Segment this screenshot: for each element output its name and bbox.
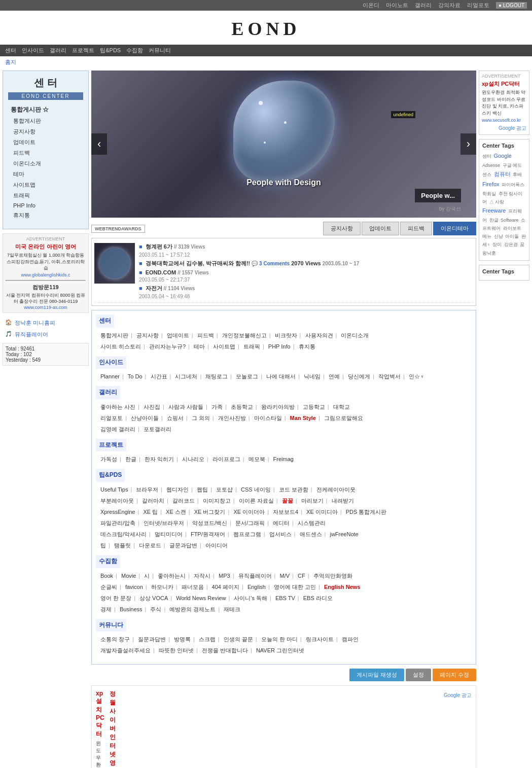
smap-navergreen[interactable]: NAVER 그린인터넷 bbox=[256, 647, 304, 653]
smap-todo[interactable]: To Do bbox=[128, 373, 143, 379]
sidebar-item-sitemap[interactable]: 사이트맵 bbox=[8, 180, 83, 190]
ad-bottom-right-title[interactable]: 정월 사이버 인터넷영어 bbox=[110, 690, 116, 768]
smap-finance[interactable]: 재테크 bbox=[224, 606, 240, 612]
smap-multimedia[interactable]: 멀티미디어 bbox=[155, 531, 183, 537]
ad-left-url[interactable]: www.globalenglishkids.c bbox=[6, 272, 86, 277]
smap-download[interactable]: 내려받기 bbox=[332, 498, 354, 504]
smap-workboard[interactable]: 작업벽서 bbox=[378, 373, 401, 379]
smap-reading[interactable]: 사이니's 독해 bbox=[234, 595, 267, 601]
smap-cssname[interactable]: CSS 네이밍 bbox=[241, 486, 271, 493]
tag-jr[interactable]: 후배 bbox=[513, 172, 522, 177]
smap-privacy[interactable]: 개인정보불해신고 bbox=[222, 332, 267, 338]
smap-xeboard4[interactable]: 자보보드4 bbox=[273, 509, 298, 515]
smap-musicplayer[interactable]: 뮤직플레이어 bbox=[238, 573, 272, 579]
smap-idea[interactable]: 아이디어 bbox=[205, 542, 228, 548]
news-title-3[interactable]: ■ EOND.COM // 1557 Views bbox=[139, 269, 473, 275]
smap-about[interactable]: 이온디소개 bbox=[341, 332, 369, 338]
smap-handwriting[interactable]: 순글씨 bbox=[100, 584, 117, 590]
smap-usefultips[interactable]: Useful Tips bbox=[100, 486, 128, 493]
smap-univ[interactable]: 대학교 bbox=[333, 404, 350, 410]
smap-internet[interactable]: 인터넷/브라우저 bbox=[144, 520, 184, 526]
smap-links[interactable]: 링크사이트 bbox=[306, 636, 334, 642]
btn-edit[interactable]: 페이지 수정 bbox=[433, 669, 476, 681]
nav-lecture[interactable]: 강의자료 bbox=[438, 2, 460, 8]
smap-sitemap[interactable]: 사이트맵 bbox=[213, 343, 235, 350]
smap-developer[interactable]: 개발자즐설러주세요 bbox=[100, 647, 151, 653]
smap-favpoem[interactable]: 좋아하는시 bbox=[158, 573, 186, 579]
smap-trash[interactable]: 휴지통 bbox=[299, 343, 315, 350]
smap-planner[interactable]: Planner bbox=[100, 373, 120, 379]
smap-artwords[interactable]: 그림으로말해요 bbox=[324, 415, 363, 421]
news-title-4[interactable]: ■ 자전거 // 1104 Views bbox=[139, 285, 473, 292]
smap-memo[interactable]: 메모북 bbox=[249, 456, 265, 462]
tag-adsense[interactable]: Adsense bbox=[482, 163, 500, 168]
tag-love[interactable]: △ 사랑 bbox=[489, 199, 505, 204]
smap-shopping[interactable]: 쇼핑서 bbox=[167, 415, 184, 421]
smap-timetable[interactable]: 시간표 bbox=[151, 373, 167, 379]
sidebar-item-notice[interactable]: 공지사항 bbox=[8, 126, 83, 137]
smap-service[interactable]: 업서비스 bbox=[269, 531, 292, 537]
smap-guestbook[interactable]: 방명록 bbox=[174, 636, 191, 642]
smap-mp3[interactable]: MP3 bbox=[219, 573, 230, 579]
smap-qna[interactable]: 글문과답변 bbox=[169, 542, 197, 548]
ad-left-company[interactable]: 컴방문119 bbox=[6, 284, 86, 291]
smap-lifequestion[interactable]: 인생의 끝문 bbox=[224, 636, 253, 642]
smap-favphoto[interactable]: 좋아하는 사진 bbox=[100, 404, 135, 410]
tag-computer[interactable]: 컴퓨터 bbox=[494, 171, 511, 177]
tab-theme[interactable]: 이온디테마 bbox=[433, 222, 476, 235]
smap-layout[interactable]: 전케레이아이웃 bbox=[316, 486, 356, 493]
smap-worldnews[interactable]: World News Review bbox=[176, 595, 226, 601]
breadcrumb-link[interactable]: 홈지 bbox=[5, 59, 16, 65]
news-title-2[interactable]: ■ 경북대학교에서 김수봉, 박규매씨와 함께!! 💬 3 Comments 2… bbox=[139, 260, 473, 267]
smap-maribogi[interactable]: 마리보기 bbox=[301, 498, 324, 504]
smap-antivirus[interactable]: 약성코드/백신 bbox=[192, 520, 227, 526]
btn-play[interactable]: 게시파일 재생성 bbox=[349, 669, 404, 681]
smap-wangrakki[interactable]: 왕라키아의방 bbox=[261, 404, 295, 410]
subnav-gallery[interactable]: 갤러리 bbox=[50, 47, 66, 53]
tab-notice[interactable]: 공지사항 bbox=[323, 222, 361, 235]
tag-menu[interactable]: 메뉴 bbox=[482, 234, 491, 239]
smap-poem[interactable]: 시 bbox=[144, 573, 150, 579]
smap-mv[interactable]: M/V bbox=[280, 573, 290, 579]
smap-hanja[interactable]: 한자 익히기 bbox=[145, 456, 174, 462]
subnav-collection[interactable]: 수집함 bbox=[126, 47, 143, 53]
ad-left-title[interactable]: 미국 온라인 아린이 영어 bbox=[6, 243, 86, 251]
news-title-1[interactable]: ■ 형계편 6가 // 3139 Views bbox=[139, 243, 473, 251]
smap-tip[interactable]: 팁 bbox=[100, 542, 106, 548]
smap-personal[interactable]: 개인사진방 bbox=[218, 415, 246, 421]
smap-mystyle[interactable]: 마이스타일 bbox=[254, 415, 282, 421]
tab-update[interactable]: 업데이트 bbox=[362, 222, 399, 235]
tag-deer[interactable]: 신냥 bbox=[494, 234, 503, 239]
nav-realport[interactable]: 리얼포토 bbox=[467, 2, 489, 8]
smap-desktop[interactable]: 데스크팁/악세사리 bbox=[100, 531, 147, 537]
nav-gallery[interactable]: 갤러리 bbox=[415, 2, 432, 8]
smap-pds[interactable]: PDS 통합게시판 bbox=[346, 509, 387, 515]
tab-feedback[interactable]: 피드백 bbox=[400, 222, 432, 235]
smap-korean[interactable]: 한글 bbox=[125, 456, 136, 462]
smap-traffic[interactable]: 트래픽 bbox=[243, 343, 260, 350]
smap-antiwar[interactable]: 전쟁을 반대합니다 bbox=[202, 647, 248, 653]
smap-readability[interactable]: 가독성 bbox=[100, 456, 117, 462]
tag-rose[interactable]: 장미 bbox=[492, 242, 502, 247]
smap-celeb[interactable]: 연예 bbox=[329, 373, 340, 379]
smap-webtip[interactable]: 웹팁 bbox=[197, 486, 208, 493]
sidebar-item-trash[interactable]: 휴지통 bbox=[8, 210, 83, 221]
smap-freimag[interactable]: Freimag bbox=[273, 456, 294, 462]
smap-xetip[interactable]: XE 팁 bbox=[143, 509, 158, 515]
smap-partlayout[interactable]: 부분레이아웃 bbox=[100, 498, 134, 504]
tag-gangeun[interactable]: 강은경 bbox=[504, 242, 518, 247]
ad-right-title[interactable]: xp설치 PC닥터 bbox=[482, 80, 526, 88]
tag-firefoxko[interactable]: 파이어폭스 bbox=[502, 182, 524, 187]
smap-voca[interactable]: 상상 VOCA bbox=[139, 595, 168, 601]
sidebar-item-feedback[interactable]: 피드백 bbox=[8, 148, 83, 158]
smap-resources[interactable]: 이이른 자료실 bbox=[239, 498, 274, 504]
smap-harmonica[interactable]: 하모니카 bbox=[151, 584, 173, 590]
smap-campaign[interactable]: 캠파인 bbox=[342, 636, 359, 642]
site-logo[interactable]: EOND bbox=[0, 18, 532, 40]
smap-kkul[interactable]: 꿀꿀 bbox=[282, 498, 293, 504]
subnav-community[interactable]: 커뮤니티 bbox=[149, 47, 171, 53]
ad-left-company-url[interactable]: www.com119-as.com bbox=[6, 305, 86, 310]
subnav-tips[interactable]: 팁&PDS bbox=[100, 47, 121, 53]
smap-xemedia[interactable]: XE 이미디아 bbox=[306, 509, 338, 515]
smap-filemanage[interactable]: 파일관리/압축 bbox=[100, 520, 135, 526]
